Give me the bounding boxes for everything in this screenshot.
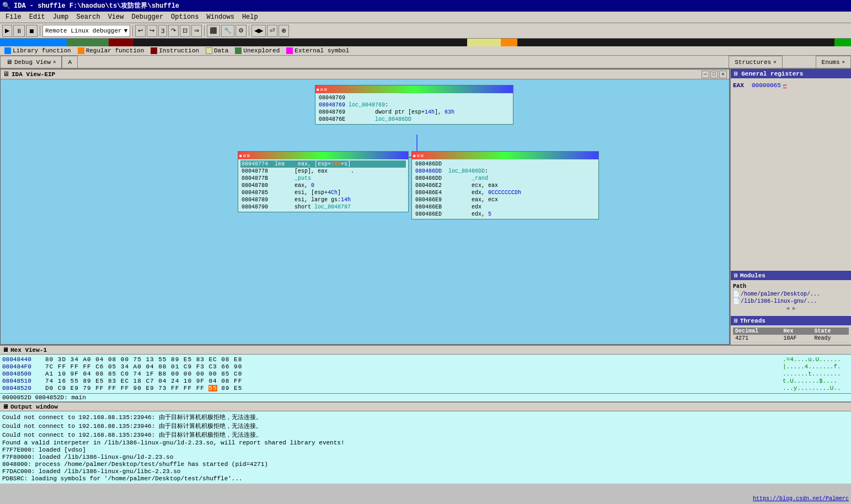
menu-item-windows[interactable]: Windows [204, 13, 238, 22]
map-library [0, 39, 67, 46]
tab-structures-close[interactable]: ✕ [773, 59, 776, 65]
minimize-button[interactable]: ─ [702, 71, 709, 78]
thread-decimal-0: 4271 [733, 335, 781, 342]
thread-row-0: 4271 10AF Ready [733, 335, 849, 342]
map-empty2 [517, 39, 834, 46]
thread-col-hex: Hex [781, 328, 812, 335]
flow-block-2-body: 08048774 lea eax, [esp+58h+s] 08048778 [… [238, 159, 408, 212]
hex-row-2: 08048500 A1 10 9F 04 08 85 C0 74 1F B8 0… [2, 371, 849, 377]
hex-highlight-byte: 55 [208, 385, 217, 392]
menu-item-options[interactable]: Options [168, 13, 202, 22]
hex-content: 08048440 80 3D 34 A0 04 08 00 75 13 55 8… [0, 355, 851, 393]
path-item-1: 📄 /lib/i386-linux-gnu/... [733, 298, 849, 304]
tab-structures[interactable]: Structures ✕ [729, 56, 782, 68]
path-icon-1: 📄 [733, 298, 740, 304]
thread-col-state: State [812, 328, 849, 335]
output-line-0: Could not connect to 192.168.88.135:2394… [2, 413, 849, 421]
stop-button[interactable]: ⏹ [26, 25, 38, 37]
toolbar-sep-2 [132, 25, 133, 36]
tb-btn-2[interactable]: ↪ [147, 25, 157, 37]
tb-btn-3[interactable]: 3 [158, 25, 167, 37]
tab-enums-close[interactable]: ✕ [842, 59, 845, 65]
flow-block-1: ■ ⚙ ⊞ 08048769 08048769 loc_8048769: 080… [315, 85, 513, 125]
tb-btn-8[interactable]: 🔧 [221, 25, 234, 37]
tab-debug-view-close[interactable]: ✕ [53, 59, 56, 65]
hex-status-text: 0000052D 0804852D: main [2, 394, 86, 401]
hex-row-4: 08048520 D0 C9 E9 79 FF FF FF 90 E9 73 F… [2, 385, 849, 392]
flow-block-3-row-4: 080486E4 edx, 0CCCCCCCDh [414, 189, 596, 196]
restore-button[interactable]: □ [710, 71, 718, 78]
reg-eax-row: EAX 00000065 ↩ [733, 82, 849, 89]
map-instruction [109, 39, 133, 46]
flow-block-2: ■ ⚙ ⊞ 08048774 lea eax, [esp+58h+s] 0804… [238, 151, 409, 212]
tab-debug-view-icon: 🖥 [6, 58, 12, 66]
output-line-7: F7DAC000: loaded /lib/i386-linux-gnu/lib… [2, 468, 849, 475]
output-title: Output window [10, 404, 58, 410]
legend-regular: Regular function [78, 47, 144, 54]
title-icon: 🔍 [2, 2, 10, 10]
hex-ascii-3: t.U.......$.... [783, 378, 849, 384]
flow-block-3: ■ ⚙ ⊞ 080486DD 080486DD loc_80486DD: 080… [411, 151, 599, 219]
pause-button[interactable]: ⏸ [13, 25, 25, 37]
flow-block-3-row-7: 080486ED edx, 5 [414, 211, 596, 218]
ida-view[interactable]: 🖥 IDA View-EIP ─ □ ✕ [0, 69, 730, 345]
flow-block-2-row-2: 0804877B _puts [240, 175, 406, 182]
path-scroll: ◀ ▶ [733, 305, 849, 312]
reg-eax-link[interactable]: ↩ [783, 82, 787, 89]
tab-a-label: A [68, 59, 72, 66]
tab-bar: 🖥 Debug View ✕ A Structures ✕ Enums ✕ [0, 56, 851, 69]
output-line-3: Found a valid interpeter in /lib/i386-li… [2, 439, 849, 446]
tb-btn-12[interactable]: ⊕ [279, 25, 289, 37]
map-bar [0, 39, 851, 46]
flow-block-1-body: 08048769 08048769 loc_8048769: 08048769 … [315, 93, 513, 124]
tb-btn-10[interactable]: ◀▶ [251, 25, 266, 37]
legend-library-label: Library function [13, 47, 71, 54]
legend-instruction-color [151, 47, 157, 54]
flow-block-2-row-0: 08048774 lea eax, [esp+58h+s] [240, 160, 406, 168]
thread-hex-0: 10AF [781, 335, 812, 342]
tb-btn-4[interactable]: ↷ [168, 25, 179, 37]
flow-block-1-row-3: 0804876E loc_80486DD [318, 116, 511, 123]
legend-instruction-label: Instruction [159, 47, 199, 54]
legend-library: Library function [4, 47, 71, 54]
tb-btn-1[interactable]: ↩ [135, 25, 146, 37]
output-icon: 🖥 [2, 403, 8, 410]
menu-item-view[interactable]: View [105, 13, 127, 22]
close-button[interactable]: ✕ [719, 71, 727, 78]
title-text: IDA - shuffle F:\haoduo\ts\攻防世界\shuffle [14, 1, 179, 10]
tab-a[interactable]: A [62, 56, 78, 68]
menu-item-help[interactable]: Help [239, 13, 261, 22]
flow-block-2-row-5: 08048789 esi, large gs:14h [240, 196, 406, 203]
chevron-down-icon: ▼ [124, 28, 128, 34]
flow-graph-area: ■ ⚙ ⊞ 08048769 08048769 loc_8048769: 080… [1, 79, 729, 344]
tb-btn-5[interactable]: ⊡ [180, 25, 190, 37]
tb-btn-6[interactable]: ⇒ [191, 25, 202, 37]
menu-item-search[interactable]: Search [73, 13, 103, 22]
tab-debug-view[interactable]: 🖥 Debug View ✕ [0, 56, 62, 68]
toolbar: ▶ ⏸ ⏹ Remote Linux debugger ▼ ↩ ↪ 3 ↷ ⊡ … [0, 23, 851, 39]
map-empty [133, 39, 467, 46]
flow-block-3-row-5: 080486E9 eax, ecx [414, 196, 596, 203]
menu-item-debugger[interactable]: Debugger [128, 13, 167, 22]
map-data [467, 39, 501, 46]
menu-item-jump[interactable]: Jump [50, 13, 72, 22]
tb-btn-9[interactable]: ⚙ [236, 25, 247, 37]
block2-icon2: ⚙ [243, 153, 246, 158]
tab-enums[interactable]: Enums ✕ [816, 56, 851, 68]
play-button[interactable]: ▶ [2, 25, 12, 37]
flow-block-1-row-0: 08048769 [318, 94, 511, 101]
menu-item-file[interactable]: File [2, 13, 25, 22]
ida-view-controls: ─ □ ✕ [702, 71, 727, 78]
registers-panel: ⊞ General registers EAX 00000065 ↩ ⊞ Mod… [730, 69, 851, 345]
legend-external-label: External symbol [295, 47, 349, 54]
debugger-dropdown[interactable]: Remote Linux debugger ▼ [42, 25, 130, 37]
tb-btn-11[interactable]: ⏎ [267, 25, 277, 37]
legend-data: Data [206, 47, 228, 54]
menu-item-edit[interactable]: Edit [26, 13, 49, 22]
flow-block-2-row-6: 08048790 short loc_8048797 [240, 203, 406, 211]
output-header: 🖥 Output window [0, 403, 851, 411]
tb-btn-7[interactable]: ⬛ [207, 25, 220, 37]
flow-block-1-header: ■ ⚙ ⊞ [315, 85, 513, 93]
hex-addr-0: 08048440 [2, 356, 41, 363]
hex-panel: 🖥 Hex View-1 08048440 80 3D 34 A0 04 08 … [0, 345, 851, 401]
